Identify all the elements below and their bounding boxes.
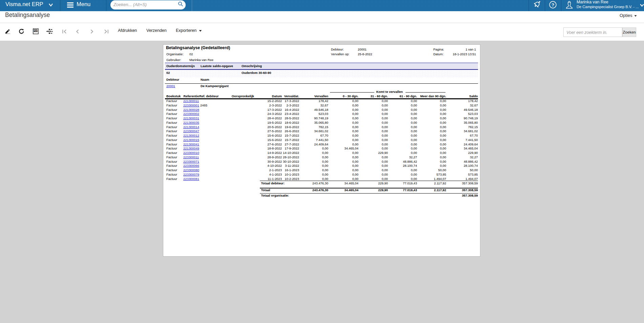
svg-text:?: ? bbox=[552, 2, 554, 7]
svg-text:PDF: PDF bbox=[34, 30, 38, 32]
